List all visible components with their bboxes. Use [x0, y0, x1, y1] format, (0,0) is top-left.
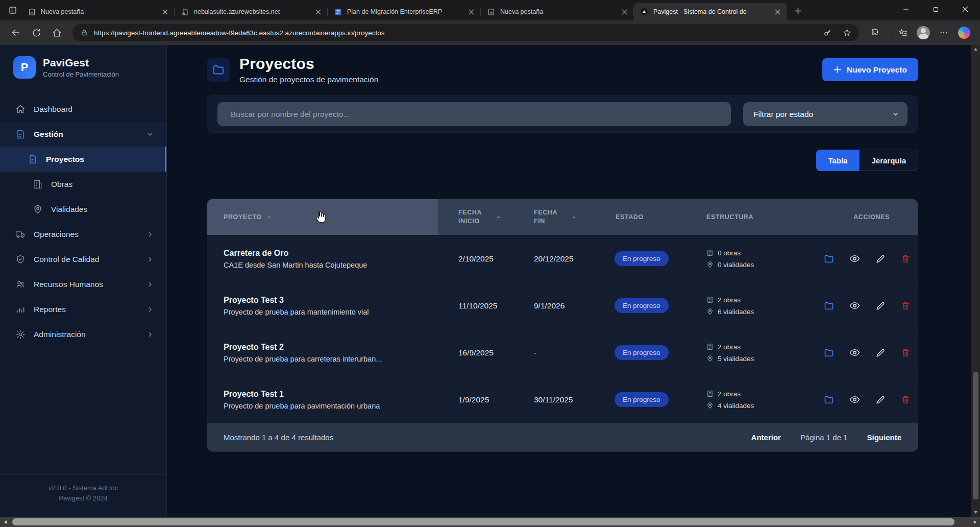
- end-date: 9/1/2026: [513, 301, 595, 310]
- sidebar-item-control-calidad[interactable]: Control de Calidad: [0, 247, 166, 272]
- view-button[interactable]: [849, 394, 860, 405]
- sidebar-item-label: Control de Calidad: [34, 255, 99, 264]
- page-error-icon: [181, 8, 189, 16]
- maximize-button[interactable]: [921, 0, 950, 18]
- page-indicator: Página 1 de 1: [800, 433, 848, 442]
- sidebar-item-label: Dashboard: [34, 105, 72, 114]
- browser-tab-1[interactable]: Nueva pestaña: [21, 3, 175, 20]
- url-text[interactable]: https://pavigest-frontend.agreeablemeado…: [94, 29, 815, 37]
- scroll-down-icon[interactable]: [971, 508, 980, 517]
- scroll-left-icon[interactable]: [0, 517, 10, 527]
- building-icon: [706, 343, 714, 350]
- browser-tab-4[interactable]: Nueva pestaña: [481, 3, 634, 20]
- page-title: Proyectos: [239, 55, 378, 73]
- table-view-button[interactable]: Tabla: [816, 150, 859, 171]
- minimize-button[interactable]: [891, 0, 921, 18]
- sidebar-item-gestion[interactable]: Gestión: [0, 122, 166, 147]
- open-folder-button[interactable]: [824, 348, 834, 358]
- column-header-fecha-fin[interactable]: Fecha Fin: [513, 199, 595, 235]
- refresh-icon[interactable]: [28, 24, 45, 41]
- status-badge: En progreso: [615, 251, 669, 266]
- browser-tab-active[interactable]: Pavigest - Sistema de Control de: [634, 3, 787, 20]
- column-header-proyecto[interactable]: Proyecto: [207, 199, 438, 235]
- sidebar-item-dashboard[interactable]: Dashboard: [0, 97, 166, 122]
- extensions-icon[interactable]: [866, 24, 884, 41]
- view-button[interactable]: [849, 253, 860, 264]
- table-row[interactable]: Proyecto Test 3 Proyecto de prueba para …: [207, 282, 918, 329]
- structure-cell: 2 obras 4 vialidades: [686, 390, 819, 410]
- search-input[interactable]: [217, 102, 731, 126]
- vertical-scrollbar[interactable]: [971, 45, 980, 517]
- back-icon[interactable]: [7, 24, 24, 41]
- sidebar-item-vialidades[interactable]: Vialidades: [0, 197, 166, 222]
- sidebar-item-obras[interactable]: Obras: [0, 172, 166, 197]
- tab-actions-icon[interactable]: [4, 2, 21, 19]
- sidebar-item-label: Vialidades: [51, 205, 87, 214]
- horizontal-scroll-thumb[interactable]: [12, 518, 954, 525]
- tab-close-icon[interactable]: [160, 7, 169, 16]
- copilot-icon[interactable]: [955, 24, 973, 41]
- chevron-right-icon: [146, 255, 154, 264]
- project-name: Proyecto Test 3: [224, 296, 438, 305]
- edit-button[interactable]: [875, 348, 886, 358]
- project-name: Proyecto Test 2: [224, 343, 438, 352]
- scroll-right-icon[interactable]: [970, 517, 980, 527]
- delete-button[interactable]: [901, 301, 911, 310]
- page-header: Proyectos Gestión de proyectos de pavime…: [207, 55, 918, 84]
- edit-button[interactable]: [875, 395, 886, 405]
- home-icon[interactable]: [48, 24, 65, 41]
- delete-button[interactable]: [901, 254, 911, 264]
- sidebar-item-label: Gestión: [34, 130, 63, 139]
- delete-button[interactable]: [901, 395, 911, 404]
- sidebar-item-proyectos[interactable]: Proyectos: [0, 147, 166, 172]
- browser-tab-2[interactable]: nebulasuite.azurewebsites.net: [175, 3, 328, 20]
- browser-tab-3[interactable]: Plan de Migración EnterpriseERP: [328, 3, 481, 20]
- projects-table: Proyecto Fecha Inicio Fecha Fin: [207, 199, 918, 452]
- sidebar-item-reportes[interactable]: Reportes: [0, 297, 166, 322]
- app-logo: P: [13, 56, 36, 79]
- tab-title: Pavigest - Sistema de Control de: [653, 8, 768, 15]
- end-date: 20/12/2025: [513, 254, 595, 264]
- previous-page-button[interactable]: Anterior: [751, 433, 781, 442]
- delete-button[interactable]: [901, 348, 911, 357]
- project-description: Proyecto de prueba para pavimentación ur…: [224, 402, 438, 410]
- new-project-button[interactable]: Nuevo Proyecto: [822, 58, 918, 81]
- horizontal-scrollbar[interactable]: [0, 517, 980, 527]
- tab-close-icon[interactable]: [467, 7, 476, 16]
- address-bar[interactable]: https://pavigest-frontend.agreeablemeado…: [72, 24, 859, 41]
- new-tab-button[interactable]: [790, 3, 805, 18]
- edit-button[interactable]: [875, 254, 886, 264]
- new-tab-page-icon: [487, 8, 495, 16]
- sidebar-item-administracion[interactable]: Administración: [0, 322, 166, 347]
- sidebar-item-recursos-humanos[interactable]: Recursos Humanos: [0, 272, 166, 297]
- status-filter-select[interactable]: Filtrar por estado: [743, 102, 908, 126]
- column-header-fecha-inicio[interactable]: Fecha Inicio: [438, 199, 513, 235]
- hierarchy-view-button[interactable]: Jerarquía: [859, 150, 918, 171]
- table-row[interactable]: Proyecto Test 1 Proyecto de prueba para …: [207, 376, 918, 423]
- profile-avatar[interactable]: [915, 24, 932, 41]
- table-row[interactable]: Proyecto Test 2 Proyecto de prueba para …: [207, 329, 918, 376]
- favorite-star-icon[interactable]: [840, 26, 854, 40]
- collections-icon[interactable]: [894, 24, 912, 41]
- scroll-up-icon[interactable]: [971, 45, 980, 54]
- settings-menu-icon[interactable]: [935, 24, 952, 41]
- tab-close-icon[interactable]: [773, 7, 782, 16]
- table-row[interactable]: Carretera de Oro CA1E desde San Martin h…: [207, 235, 918, 282]
- close-window-button[interactable]: [950, 0, 980, 18]
- sidebar-item-operaciones[interactable]: Operaciones: [0, 222, 166, 247]
- tab-close-icon[interactable]: [620, 7, 629, 16]
- view-button[interactable]: [849, 300, 860, 311]
- building-icon: [706, 390, 714, 397]
- app-title: PaviGest: [43, 57, 119, 69]
- password-key-icon[interactable]: [820, 26, 835, 40]
- view-button[interactable]: [849, 347, 860, 358]
- app-subtitle: Control de Pavimentación: [43, 70, 119, 78]
- vertical-scroll-thumb[interactable]: [973, 372, 978, 499]
- open-folder-button[interactable]: [824, 301, 834, 311]
- edit-button[interactable]: [875, 301, 886, 311]
- next-page-button[interactable]: Siguiente: [867, 433, 901, 442]
- open-folder-button[interactable]: [824, 254, 834, 264]
- open-folder-button[interactable]: [824, 395, 834, 405]
- tab-close-icon[interactable]: [313, 7, 323, 16]
- view-toggle: Tabla Jerarquía: [207, 150, 918, 171]
